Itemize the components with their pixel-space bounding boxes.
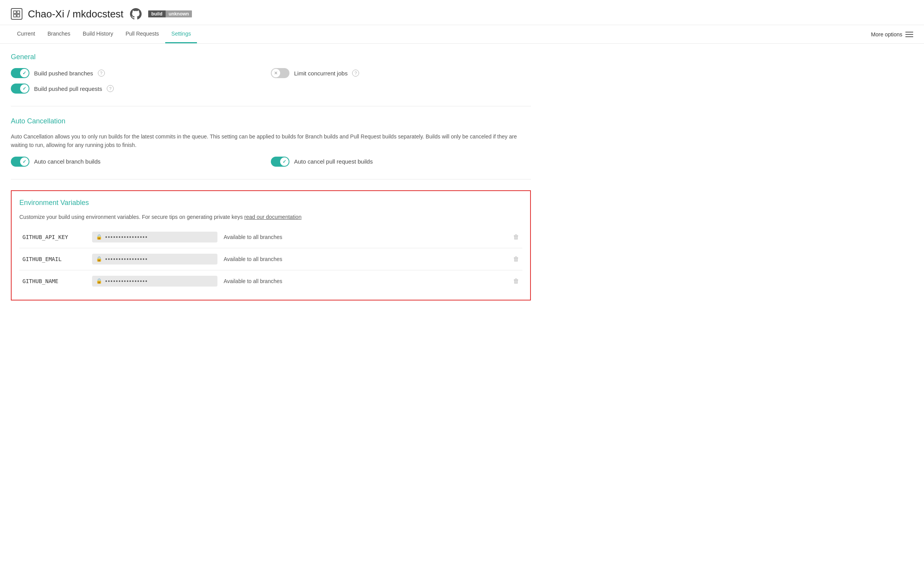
nav-tabs: Current Branches Build History Pull Requ… bbox=[11, 25, 197, 43]
toggle-item-auto-cancel-pr: ✓ Auto cancel pull request builds bbox=[271, 157, 531, 167]
auto-cancellation-title: Auto Cancellation bbox=[11, 117, 531, 125]
env-scope-1: Available to all branches bbox=[221, 226, 474, 248]
env-dots-3: •••••••••••••••• bbox=[105, 278, 148, 284]
auto-cancellation-toggles: ✓ Auto cancel branch builds ✓ Auto cance… bbox=[11, 157, 531, 167]
build-pushed-branches-label: Build pushed branches bbox=[34, 70, 93, 77]
svg-rect-0 bbox=[14, 11, 16, 14]
toggle-thumb: ✓ bbox=[20, 84, 29, 93]
toggle-x-icon: ✕ bbox=[274, 70, 278, 76]
env-value-cell-3: 🔒 •••••••••••••••• bbox=[89, 270, 221, 292]
env-name-3: GITHUB_NAME bbox=[19, 270, 89, 292]
toggle-thumb: ✓ bbox=[20, 157, 29, 166]
tab-current[interactable]: Current bbox=[11, 25, 41, 43]
auto-cancellation-section: Auto Cancellation Auto Cancellation allo… bbox=[11, 117, 531, 167]
auto-cancel-pr-label: Auto cancel pull request builds bbox=[294, 158, 373, 165]
toggle-check-icon: ✓ bbox=[22, 159, 26, 164]
env-value-input-1[interactable]: 🔒 •••••••••••••••• bbox=[92, 232, 217, 242]
lock-icon-3: 🔒 bbox=[96, 278, 102, 284]
build-badge-status: unknown bbox=[166, 10, 192, 17]
env-scope-2: Available to all branches bbox=[221, 248, 474, 270]
delete-button-3[interactable]: 🗑 bbox=[474, 270, 522, 292]
nav-bar: Current Branches Build History Pull Requ… bbox=[0, 25, 924, 44]
github-icon bbox=[129, 7, 143, 21]
toggle-thumb: ✓ bbox=[20, 69, 29, 77]
toggle-track[interactable]: ✕ bbox=[271, 68, 289, 78]
env-name-2: GITHUB_EMAIL bbox=[19, 248, 89, 270]
build-badge: build unknown bbox=[148, 10, 192, 18]
toggle-track[interactable]: ✓ bbox=[11, 84, 29, 94]
toggle-track[interactable]: ✓ bbox=[11, 157, 29, 167]
env-variables-desc: Customize your build using environment v… bbox=[19, 214, 522, 220]
hamburger-icon bbox=[905, 32, 913, 37]
env-desc-link[interactable]: read our documentation bbox=[244, 214, 301, 220]
page-header: Chao-Xi / mkdocstest build unknown bbox=[0, 0, 924, 25]
page-title: Chao-Xi / mkdocstest bbox=[28, 8, 123, 20]
svg-rect-3 bbox=[17, 14, 20, 17]
tab-settings[interactable]: Settings bbox=[165, 25, 197, 43]
more-options-button[interactable]: More options bbox=[871, 31, 913, 38]
toggle-check-icon: ✓ bbox=[22, 86, 26, 91]
build-pushed-pull-requests-help[interactable]: ? bbox=[107, 85, 114, 92]
toggle-item-build-pushed-pull-requests: ✓ Build pushed pull requests ? bbox=[11, 84, 271, 94]
toggle-track[interactable]: ✓ bbox=[11, 68, 29, 78]
build-badge-label: build bbox=[148, 10, 166, 17]
build-pushed-branches-help[interactable]: ? bbox=[98, 70, 105, 77]
general-title: General bbox=[11, 53, 531, 61]
auto-cancellation-desc: Auto Cancellation allows you to only run… bbox=[11, 132, 531, 150]
general-section: General ✓ Build pushed branches ? bbox=[11, 53, 531, 94]
env-value-cell-2: 🔒 •••••••••••••••• bbox=[89, 248, 221, 270]
divider-2 bbox=[11, 179, 531, 179]
more-options-label: More options bbox=[871, 31, 902, 38]
content: General ✓ Build pushed branches ? bbox=[0, 44, 542, 310]
env-variables-title: Environment Variables bbox=[19, 199, 522, 207]
tab-build-history[interactable]: Build History bbox=[77, 25, 120, 43]
env-value-cell-1: 🔒 •••••••••••••••• bbox=[89, 226, 221, 248]
delete-button-1[interactable]: 🗑 bbox=[474, 226, 522, 248]
env-value-input-2[interactable]: 🔒 •••••••••••••••• bbox=[92, 254, 217, 265]
grid-icon bbox=[11, 8, 22, 20]
toggle-item-limit-concurrent-jobs: ✕ Limit concurrent jobs ? bbox=[271, 68, 531, 78]
tab-pull-requests[interactable]: Pull Requests bbox=[119, 25, 165, 43]
table-row: GITHUB_EMAIL 🔒 •••••••••••••••• Availabl… bbox=[19, 248, 522, 270]
build-pushed-pull-requests-toggle[interactable]: ✓ bbox=[11, 84, 29, 94]
auto-cancel-branch-label: Auto cancel branch builds bbox=[34, 158, 101, 165]
svg-rect-2 bbox=[14, 14, 16, 17]
toggle-track[interactable]: ✓ bbox=[271, 157, 289, 167]
toggle-thumb: ✕ bbox=[272, 69, 280, 77]
toggle-item-build-pushed-branches: ✓ Build pushed branches ? bbox=[11, 68, 271, 78]
env-scope-3: Available to all branches bbox=[221, 270, 474, 292]
toggle-thumb: ✓ bbox=[280, 157, 289, 166]
env-table: GITHUB_API_KEY 🔒 •••••••••••••••• Availa… bbox=[19, 226, 522, 292]
env-desc-prefix: Customize your build using environment v… bbox=[19, 214, 244, 220]
limit-concurrent-jobs-help[interactable]: ? bbox=[352, 70, 359, 77]
toggle-item-auto-cancel-branch: ✓ Auto cancel branch builds bbox=[11, 157, 271, 167]
env-variables-section: Environment Variables Customize your bui… bbox=[11, 190, 531, 300]
auto-cancel-pr-toggle[interactable]: ✓ bbox=[271, 157, 289, 167]
toggle-check-icon: ✓ bbox=[22, 70, 26, 76]
tab-branches[interactable]: Branches bbox=[41, 25, 77, 43]
table-row: GITHUB_API_KEY 🔒 •••••••••••••••• Availa… bbox=[19, 226, 522, 248]
build-pushed-pull-requests-label: Build pushed pull requests bbox=[34, 85, 102, 92]
env-name-1: GITHUB_API_KEY bbox=[19, 226, 89, 248]
limit-concurrent-jobs-label: Limit concurrent jobs bbox=[294, 70, 347, 77]
env-dots-2: •••••••••••••••• bbox=[105, 256, 148, 262]
auto-cancel-branch-toggle[interactable]: ✓ bbox=[11, 157, 29, 167]
table-row: GITHUB_NAME 🔒 •••••••••••••••• Available… bbox=[19, 270, 522, 292]
build-pushed-branches-toggle[interactable]: ✓ bbox=[11, 68, 29, 78]
limit-concurrent-jobs-toggle[interactable]: ✕ bbox=[271, 68, 289, 78]
lock-icon-1: 🔒 bbox=[96, 234, 102, 240]
nav-right: More options bbox=[871, 31, 913, 38]
env-value-input-3[interactable]: 🔒 •••••••••••••••• bbox=[92, 276, 217, 287]
divider-1 bbox=[11, 106, 531, 106]
env-dots-1: •••••••••••••••• bbox=[105, 234, 148, 240]
delete-button-2[interactable]: 🗑 bbox=[474, 248, 522, 270]
toggle-check-icon: ✓ bbox=[282, 159, 286, 164]
general-toggles: ✓ Build pushed branches ? ✕ Limit concur… bbox=[11, 68, 531, 94]
svg-rect-1 bbox=[17, 11, 20, 14]
lock-icon-2: 🔒 bbox=[96, 256, 102, 262]
